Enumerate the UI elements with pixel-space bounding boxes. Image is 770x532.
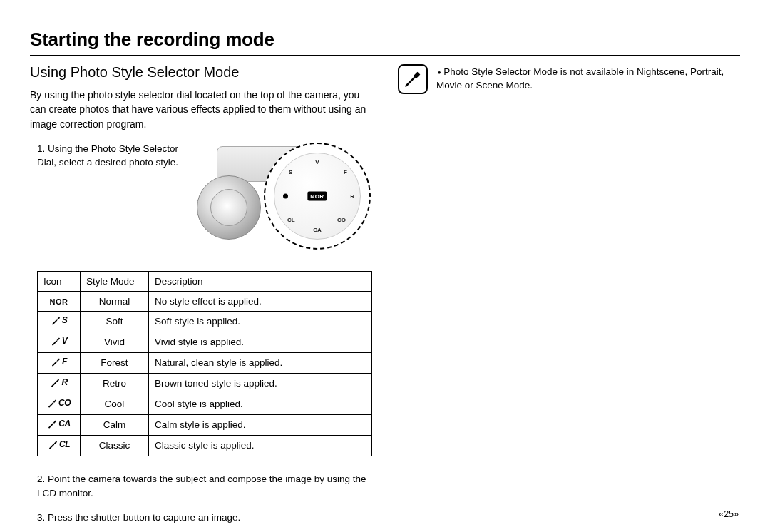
step-3-text: 3. Press the shutter button to capture a… — [37, 511, 372, 525]
table-row: CLClassicClassic style is applied. — [38, 435, 372, 456]
th-icon: Icon — [38, 271, 81, 291]
note-text: ●Photo Style Selector Mode is not availa… — [436, 64, 740, 93]
nor-icon: NOR — [50, 297, 68, 306]
camera-illustration: NOR V F R CO CA CL S — [195, 143, 372, 250]
cell-mode: Forest — [81, 352, 149, 373]
table-row: VVividVivid style is applied. — [38, 332, 372, 352]
cell-desc: Calm style is applied. — [149, 414, 372, 435]
brush-icon: V — [51, 336, 68, 347]
table-row: NORNormalNo style effect is applied. — [38, 291, 372, 311]
cell-desc: Vivid style is applied. — [149, 332, 372, 352]
cell-mode: Cool — [81, 394, 149, 414]
intro-text: By using the photo style selector dial l… — [30, 88, 372, 131]
table-row: SSoftSoft style is applied. — [38, 311, 372, 332]
page-number: «25» — [719, 509, 739, 519]
brush-icon: F — [51, 357, 67, 367]
cell-mode: Retro — [81, 373, 149, 394]
cell-desc: Soft style is applied. — [149, 311, 372, 332]
cell-mode: Vivid — [81, 332, 149, 352]
cell-desc: Cool style is applied. — [149, 394, 372, 414]
step-1-text: 1. Using the Photo Style Selector Dial, … — [30, 143, 180, 170]
step-2-text: 2. Point the camera towards the subject … — [37, 472, 372, 501]
brush-icon: S — [51, 315, 68, 326]
dial-center-label: NOR — [307, 191, 327, 200]
table-header-row: Icon Style Mode Description — [38, 271, 372, 291]
right-column: ●Photo Style Selector Mode is not availa… — [398, 64, 740, 532]
cell-mode: Soft — [81, 311, 149, 332]
note-icon — [398, 64, 428, 94]
cell-desc: Natural, clean style is applied. — [149, 352, 372, 373]
table-row: RRetroBrown toned style is applied. — [38, 373, 372, 394]
cell-icon: F — [38, 352, 81, 373]
title-rule — [30, 55, 740, 56]
section-subtitle: Using Photo Style Selector Mode — [30, 64, 372, 81]
cell-mode: Calm — [81, 414, 149, 435]
cell-icon: CA — [38, 414, 81, 435]
table-row: FForestNatural, clean style is applied. — [38, 352, 372, 373]
style-mode-table: Icon Style Mode Description NORNormalNo … — [37, 271, 372, 456]
selector-dial: NOR V F R CO CA CL S — [264, 143, 371, 250]
left-column: Using Photo Style Selector Mode By using… — [30, 64, 372, 532]
cell-mode: Normal — [81, 291, 149, 311]
cell-icon: NOR — [38, 291, 81, 311]
cell-desc: Brown toned style is applied. — [149, 373, 372, 394]
brush-icon: CL — [48, 439, 70, 450]
th-mode: Style Mode — [81, 271, 149, 291]
cell-mode: Classic — [81, 435, 149, 456]
page-title: Starting the recording mode — [30, 29, 740, 51]
cell-icon: CO — [38, 394, 81, 414]
cell-desc: No style effect is applied. — [149, 291, 372, 311]
cell-icon: V — [38, 332, 81, 352]
cell-icon: R — [38, 373, 81, 394]
table-row: COCoolCool style is applied. — [38, 394, 372, 414]
brush-icon: R — [50, 377, 67, 388]
brush-icon: CA — [47, 419, 70, 429]
th-desc: Description — [149, 271, 372, 291]
cell-icon: S — [38, 311, 81, 332]
cell-icon: CL — [38, 435, 81, 456]
table-row: CACalmCalm style is applied. — [38, 414, 372, 435]
note-box: ●Photo Style Selector Mode is not availa… — [398, 64, 740, 94]
brush-icon: CO — [47, 398, 71, 409]
cell-desc: Classic style is applied. — [149, 435, 372, 456]
